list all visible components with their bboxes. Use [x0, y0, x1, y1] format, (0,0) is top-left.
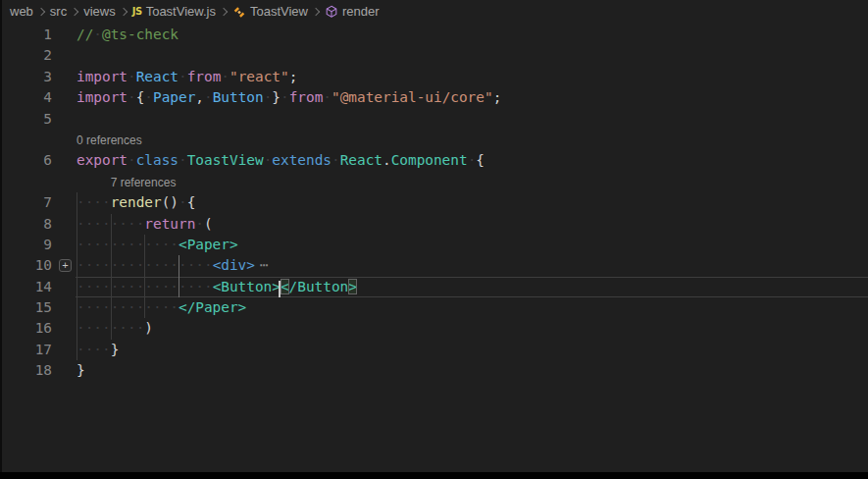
- whitespace-dots: ·: [93, 27, 102, 42]
- whitespace-dots: ············: [77, 299, 179, 315]
- code-token: ;: [289, 69, 298, 84]
- whitespace-dots: ················: [77, 257, 213, 273]
- whitespace-dots: ·: [195, 216, 204, 232]
- code-token: }: [77, 362, 85, 378]
- breadcrumb-label: views: [83, 4, 116, 19]
- chevron-right-icon: [220, 8, 228, 16]
- method-symbol-icon: [325, 5, 338, 19]
- codelens-references-link[interactable]: 0 references: [77, 133, 142, 148]
- line-number[interactable]: 14: [0, 277, 52, 297]
- line-number[interactable]: 16: [0, 318, 52, 339]
- line-number[interactable]: 7: [0, 192, 52, 213]
- line-number[interactable]: 17: [0, 340, 52, 360]
- code-text: ····}: [77, 340, 119, 360]
- code-token: ,: [195, 89, 204, 105]
- breadcrumb-item-toastview[interactable]: ToastView: [232, 4, 308, 19]
- folded-code-ellipsis: ⋯: [260, 257, 269, 273]
- whitespace-dots: ····: [77, 194, 111, 210]
- code-token: Paper: [153, 89, 195, 105]
- code-token: .: [383, 152, 391, 168]
- whitespace-dots: ·: [128, 152, 136, 168]
- code-token: ;: [493, 89, 502, 105]
- code-token: "@material-ui/core": [332, 89, 493, 105]
- whitespace-dots: ·: [281, 89, 289, 105]
- code-token: React: [136, 69, 179, 84]
- chevron-right-icon: [119, 8, 127, 16]
- code-text: }: [77, 360, 85, 381]
- whitespace-dots: ·: [179, 152, 187, 168]
- code-token: <Button>: [213, 279, 281, 294]
- codelens-references-link[interactable]: 7 references: [111, 175, 177, 190]
- code-line-1[interactable]: 1//·@ts-check: [0, 25, 868, 45]
- line-number[interactable]: 15: [0, 297, 52, 318]
- breadcrumb-item-src[interactable]: src: [50, 4, 67, 19]
- chevron-right-icon: [312, 8, 320, 16]
- breadcrumb-label: ToastView.js: [146, 4, 216, 19]
- code-line-8[interactable]: 8········return·(: [0, 214, 868, 235]
- code-token: </Paper>: [179, 299, 246, 315]
- code-line-4[interactable]: 4import·{·Paper,·Button·}·from·"@materia…: [0, 87, 868, 108]
- code-area[interactable]: 1//·@ts-check23import·React·from·"react"…: [0, 25, 868, 382]
- line-number[interactable]: 18: [0, 360, 52, 381]
- fold-expand-icon[interactable]: +: [59, 259, 72, 272]
- code-token: @ts-check: [102, 27, 179, 42]
- code-text: ········): [77, 318, 153, 339]
- whitespace-dots: ·: [468, 152, 477, 168]
- code-line-9[interactable]: 9············<Paper>: [0, 235, 868, 255]
- code-text: //·@ts-check: [77, 25, 179, 45]
- line-number[interactable]: 4: [0, 87, 52, 108]
- code-text: ············</Paper>: [77, 297, 246, 318]
- breadcrumb-item-views[interactable]: views: [83, 4, 116, 19]
- code-line-14[interactable]: 14················<Button></Button>: [0, 277, 868, 297]
- code-token: <Paper>: [179, 237, 238, 252]
- line-number[interactable]: 2: [0, 45, 52, 66]
- code-line-6[interactable]: 6export·class·ToastView·extends·React.Co…: [0, 150, 868, 171]
- code-line-17[interactable]: 17····}: [0, 340, 868, 360]
- code-token: (): [162, 194, 179, 210]
- code-token: from: [289, 89, 324, 105]
- code-token: (: [204, 216, 213, 232]
- breadcrumb-item-web[interactable]: web: [10, 4, 33, 19]
- code-line-10[interactable]: 10+················<div>⋯: [0, 255, 868, 276]
- code-line-16[interactable]: 16········): [0, 318, 868, 339]
- line-number[interactable]: 1: [0, 25, 52, 45]
- line-number[interactable]: 3: [0, 67, 52, 87]
- line-number[interactable]: 8: [0, 214, 52, 235]
- breadcrumb-item-toastview-js[interactable]: JSToastView.js: [132, 4, 216, 19]
- line-number[interactable]: 9: [0, 235, 52, 255]
- code-text: ········return·(: [77, 214, 213, 235]
- code-line-15[interactable]: 15············</Paper>: [0, 297, 868, 318]
- line-number[interactable]: 6: [0, 150, 52, 171]
- whitespace-dots: ·: [128, 89, 136, 105]
- breadcrumb-label: ToastView: [250, 4, 308, 19]
- code-line-7[interactable]: 7····render()·{: [0, 192, 868, 213]
- whitespace-dots: ················: [77, 279, 213, 294]
- whitespace-dots: ·: [221, 69, 230, 84]
- code-line-18[interactable]: 18}: [0, 360, 868, 381]
- whitespace-dots: ········: [77, 216, 144, 232]
- code-token: {: [476, 152, 485, 168]
- line-number[interactable]: 5: [0, 109, 52, 130]
- code-token: }: [272, 89, 281, 105]
- breadcrumb: websrcviewsJSToastView.jsToastViewrender: [0, 0, 868, 23]
- breadcrumb-item-render[interactable]: render: [325, 4, 380, 19]
- code-text: ················<div>⋯: [77, 255, 269, 276]
- code-line-2[interactable]: 2: [0, 45, 868, 66]
- whitespace-dots: ·: [179, 194, 187, 210]
- line-number[interactable]: 10: [0, 255, 52, 276]
- class-symbol-icon: [232, 5, 246, 19]
- code-token: //: [77, 27, 93, 42]
- code-line-3[interactable]: 3import·React·from·"react";: [0, 67, 868, 87]
- bracket-match-highlight: >: [348, 279, 357, 294]
- code-token: <div>: [213, 257, 255, 273]
- code-token: return: [144, 216, 195, 232]
- code-line-5[interactable]: 5: [0, 109, 868, 130]
- whitespace-dots: ·: [264, 152, 273, 168]
- whitespace-dots: ·: [144, 89, 153, 105]
- codelens-row[interactable]: 0 references: [0, 130, 868, 150]
- codelens-row[interactable]: 7 references: [0, 172, 868, 192]
- chevron-right-icon: [37, 8, 45, 16]
- code-token: render: [111, 194, 162, 210]
- code-token: "react": [230, 69, 289, 84]
- code-token: Button: [213, 89, 264, 105]
